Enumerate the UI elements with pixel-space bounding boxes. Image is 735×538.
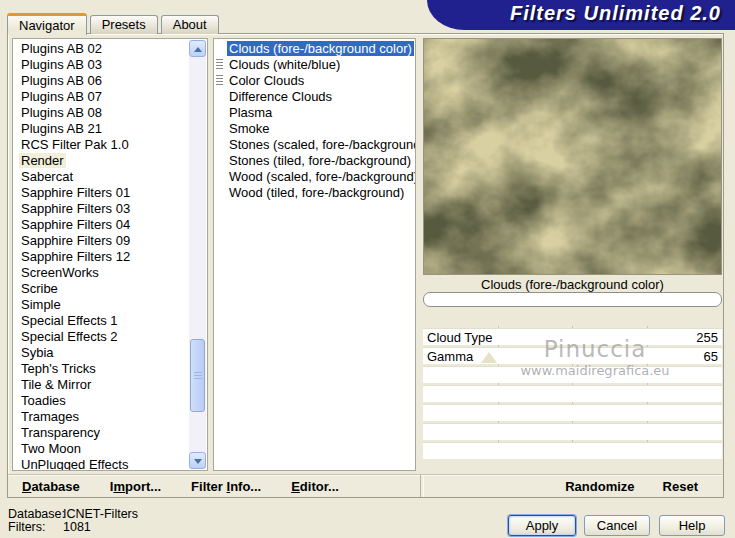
category-item-label: Transparency (19, 425, 102, 440)
category-item-label: Plugins AB 08 (19, 105, 104, 120)
filter-item-label: Clouds (fore-/background color) (227, 41, 414, 56)
filter-item-label: Color Clouds (227, 73, 306, 88)
category-item-label: Sapphire Filters 03 (19, 201, 132, 216)
category-item[interactable]: Sabercat (13, 169, 207, 185)
thumb-grip-icon (194, 372, 202, 379)
category-item[interactable]: Sybia (13, 345, 207, 361)
filters-unlimited-dialog: Filters Unlimited 2.0 NavigatorPresetsAb… (0, 0, 735, 538)
category-scrollbar[interactable] (189, 40, 206, 469)
param-row-gamma[interactable]: Gamma65 (423, 347, 722, 364)
filter-item[interactable]: Plasma (214, 105, 415, 121)
toolbar-button-filter-info[interactable]: Filter Info... (191, 479, 261, 494)
toolbar-button-import[interactable]: Import... (110, 479, 161, 494)
clouds-render (424, 39, 721, 274)
filter-item-label: Plasma (227, 105, 274, 120)
help-button[interactable]: Help (659, 515, 725, 536)
toolbar-divider (420, 475, 424, 497)
category-item[interactable]: Transparency (13, 425, 207, 441)
category-item-label: Scribe (19, 281, 60, 296)
param-row-empty[interactable] (423, 404, 722, 421)
category-item[interactable]: Plugins AB 08 (13, 105, 207, 121)
category-item[interactable]: Tramages (13, 409, 207, 425)
category-item[interactable]: Plugins AB 02 (13, 41, 207, 57)
toolbar-button-randomize[interactable]: Randomize (565, 479, 634, 494)
filter-item[interactable]: Difference Clouds (214, 89, 415, 105)
category-item-label: Sapphire Filters 12 (19, 249, 132, 264)
category-item[interactable]: Sapphire Filters 01 (13, 185, 207, 201)
param-label: Gamma (427, 348, 473, 365)
toolbar: DatabaseImport...Filter Info...Editor...… (8, 474, 722, 497)
param-row-cloud-type[interactable]: Cloud Type255 (423, 328, 722, 345)
apply-button[interactable]: Apply (508, 515, 576, 536)
category-item[interactable]: Sapphire Filters 12 (13, 249, 207, 265)
scroll-up-button[interactable] (189, 40, 206, 57)
filter-item[interactable]: Smoke (214, 121, 415, 137)
category-item[interactable]: Special Effects 2 (13, 329, 207, 345)
tab-presets[interactable]: Presets (90, 15, 158, 34)
cancel-button[interactable]: Cancel (584, 515, 650, 536)
filter-item[interactable]: Clouds (white/blue) (214, 57, 415, 73)
toolbar-left-group: DatabaseImport...Filter Info...Editor... (8, 475, 339, 497)
filter-item[interactable]: Wood (scaled, fore-/background) (214, 169, 415, 185)
category-item-label: Plugins AB 07 (19, 89, 104, 104)
grip-icon (216, 75, 223, 87)
category-item[interactable]: Sapphire Filters 09 (13, 233, 207, 249)
param-row-empty[interactable] (423, 423, 722, 440)
category-item-label: Special Effects 1 (19, 313, 120, 328)
category-item[interactable]: Plugins AB 06 (13, 73, 207, 89)
tab-bar: NavigatorPresetsAbout (7, 11, 219, 34)
status-label: Database: (8, 508, 63, 520)
preview-caption: Clouds (fore-/background color) (423, 277, 722, 292)
param-slider-thumb[interactable] (481, 352, 497, 363)
filter-item[interactable]: Wood (tiled, fore-/background) (214, 185, 415, 201)
category-item-label: Sapphire Filters 04 (19, 217, 132, 232)
status-label: Filters: (8, 521, 63, 533)
status-area: Database:ICNET-FiltersFilters:1081 (8, 508, 138, 534)
category-item[interactable]: Sapphire Filters 03 (13, 201, 207, 217)
category-item-label: UnPlugged Effects (19, 457, 130, 471)
category-item[interactable]: Two Moon (13, 441, 207, 457)
category-item-label: Two Moon (19, 441, 83, 456)
category-item-label: Special Effects 2 (19, 329, 120, 344)
filter-item[interactable]: Clouds (fore-/background color) (214, 41, 415, 57)
category-item[interactable]: Toadies (13, 393, 207, 409)
param-row-empty[interactable] (423, 366, 722, 383)
scroll-down-button[interactable] (189, 452, 206, 469)
tab-navigator[interactable]: Navigator (7, 13, 87, 35)
toolbar-button-reset[interactable]: Reset (663, 479, 698, 494)
title-banner: Filters Unlimited 2.0 (427, 0, 735, 30)
category-item[interactable]: Sapphire Filters 04 (13, 217, 207, 233)
category-item-label: Sapphire Filters 01 (19, 185, 132, 200)
category-item[interactable]: Plugins AB 07 (13, 89, 207, 105)
category-item[interactable]: Teph's Tricks (13, 361, 207, 377)
category-item[interactable]: RCS Filter Pak 1.0 (13, 137, 207, 153)
status-value: ICNET-Filters (63, 508, 138, 520)
category-item[interactable]: Special Effects 1 (13, 313, 207, 329)
filter-item-label: Difference Clouds (227, 89, 334, 104)
toolbar-button-database[interactable]: Database (22, 479, 80, 494)
toolbar-button-editor[interactable]: Editor... (291, 479, 339, 494)
category-item[interactable]: Render (13, 153, 207, 169)
preview-image[interactable] (423, 38, 722, 275)
filter-item[interactable]: Color Clouds (214, 73, 415, 89)
scrollbar-thumb[interactable] (190, 339, 205, 412)
category-item[interactable]: Simple (13, 297, 207, 313)
toolbar-right-group: RandomizeReset (565, 475, 722, 497)
param-value: 255 (696, 329, 718, 346)
category-item-label: Simple (19, 297, 63, 312)
category-item-label: RCS Filter Pak 1.0 (19, 137, 131, 152)
tab-about[interactable]: About (161, 15, 219, 34)
category-item[interactable]: Plugins AB 03 (13, 57, 207, 73)
param-row-empty[interactable] (423, 385, 722, 402)
status-row: Database:ICNET-Filters (8, 508, 138, 520)
param-row-empty[interactable] (423, 442, 722, 459)
category-item[interactable]: Plugins AB 21 (13, 121, 207, 137)
filter-item[interactable]: Stones (tiled, fore-/background) (214, 153, 415, 169)
preview-zoom-slider[interactable] (423, 292, 722, 307)
category-item[interactable]: ScreenWorks (13, 265, 207, 281)
filter-item[interactable]: Stones (scaled, fore-/background) (214, 137, 415, 153)
filter-item-label: Wood (scaled, fore-/background) (227, 169, 416, 184)
category-item[interactable]: Scribe (13, 281, 207, 297)
category-item[interactable]: UnPlugged Effects (13, 457, 207, 471)
category-item[interactable]: Tile & Mirror (13, 377, 207, 393)
